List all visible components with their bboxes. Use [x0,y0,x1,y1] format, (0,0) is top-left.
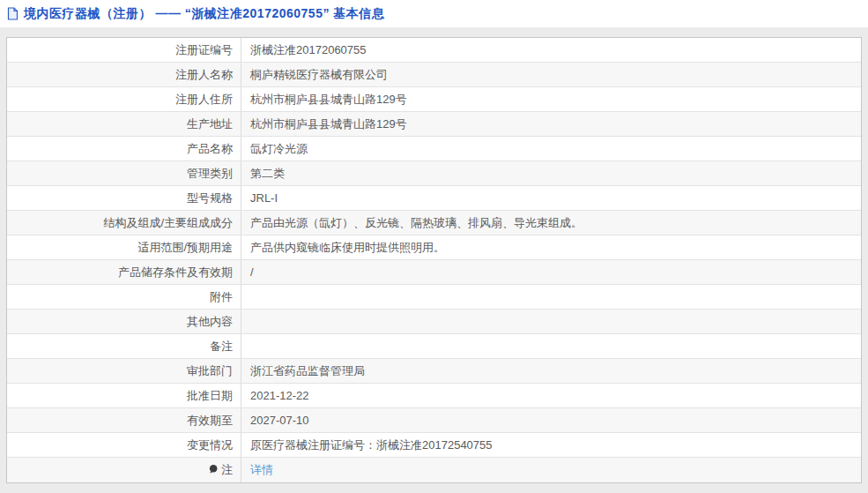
table-row: 批准日期 2021-12-22 [7,384,861,408]
page-title: 境内医疗器械（注册） —— “浙械注准20172060755” 基本信息 [24,6,384,22]
row-label: 有效期至 [7,408,241,432]
row-value: 浙械注准20172060755 [241,38,861,62]
page: 境内医疗器械（注册） —— “浙械注准20172060755” 基本信息 注册证… [0,0,868,493]
table-row: 变更情况 原医疗器械注册证编号：浙械注准20172540755 [7,433,861,458]
row-label: 管理类别 [7,161,241,185]
row-label: 其他内容 [7,310,241,333]
table-row: 备注 [7,334,861,359]
document-icon [7,7,19,20]
row-value: 2027-07-10 [241,408,861,432]
row-label: 适用范围/预期用途 [7,235,241,259]
row-label: 附件 [7,285,241,309]
table-row: 产品名称 氙灯冷光源 [7,137,861,161]
row-label: 审批部门 [7,359,241,383]
row-value: 杭州市桐庐县县城青山路129号 [241,87,861,111]
row-label: 备注 [7,334,241,358]
row-value: 第二类 [241,161,861,185]
row-value: 杭州市桐庐县县城青山路129号 [241,112,861,136]
table-row: 注册人住所 杭州市桐庐县县城青山路129号 [7,87,861,112]
table-row-note: 注 详情 [7,458,861,482]
row-value: 产品由光源（氙灯）、反光镜、隔热玻璃、排风扇、导光束组成。 [241,211,861,235]
note-icon [208,459,219,469]
row-label: 产品名称 [7,137,241,161]
row-label: 注册人住所 [7,87,241,111]
table-row: 生产地址 杭州市桐庐县县城青山路129号 [7,112,861,137]
row-value: 2021-12-22 [241,384,861,407]
table-row: 型号规格 JRL-I [7,186,861,211]
row-label: 产品储存条件及有效期 [7,260,241,284]
row-label: 注 [7,458,241,482]
row-value: 桐庐精锐医疗器械有限公司 [241,63,861,86]
registration-info-table: 注册证编号 浙械注准20172060755 注册人名称 桐庐精锐医疗器械有限公司… [6,37,862,483]
table-row: 管理类别 第二类 [7,161,861,186]
row-label: 批准日期 [7,384,241,407]
table-row: 有效期至 2027-07-10 [7,408,861,433]
details-link[interactable]: 详情 [250,463,273,476]
table-row: 其他内容 [7,310,861,334]
row-value [241,310,861,333]
title-bar: 境内医疗器械（注册） —— “浙械注准20172060755” 基本信息 [0,0,868,27]
row-value: JRL-I [241,186,861,210]
row-label: 注册证编号 [7,38,241,62]
row-label: 注册人名称 [7,63,241,86]
row-value [241,334,861,358]
row-label: 生产地址 [7,112,241,136]
table-row: 注册人名称 桐庐精锐医疗器械有限公司 [7,63,861,87]
table-row: 结构及组成/主要组成成分 产品由光源（氙灯）、反光镜、隔热玻璃、排风扇、导光束组… [7,211,861,235]
row-value: 产品供内窥镜临床使用时提供照明用。 [241,235,861,259]
row-value: 氙灯冷光源 [241,137,861,161]
row-value [241,285,861,309]
row-value: 详情 [241,458,861,482]
row-value: / [241,260,861,284]
table-row: 适用范围/预期用途 产品供内窥镜临床使用时提供照明用。 [7,235,861,260]
row-label: 变更情况 [7,433,241,457]
row-value: 原医疗器械注册证编号：浙械注准20172540755 [241,433,861,457]
row-label: 结构及组成/主要组成成分 [7,211,241,235]
row-label-text: 注 [221,463,233,476]
table-row: 注册证编号 浙械注准20172060755 [7,38,861,63]
table-row: 审批部门 浙江省药品监督管理局 [7,359,861,384]
table-row: 附件 [7,285,861,310]
row-value: 浙江省药品监督管理局 [241,359,861,383]
table-row: 产品储存条件及有效期 / [7,260,861,285]
row-label: 型号规格 [7,186,241,210]
